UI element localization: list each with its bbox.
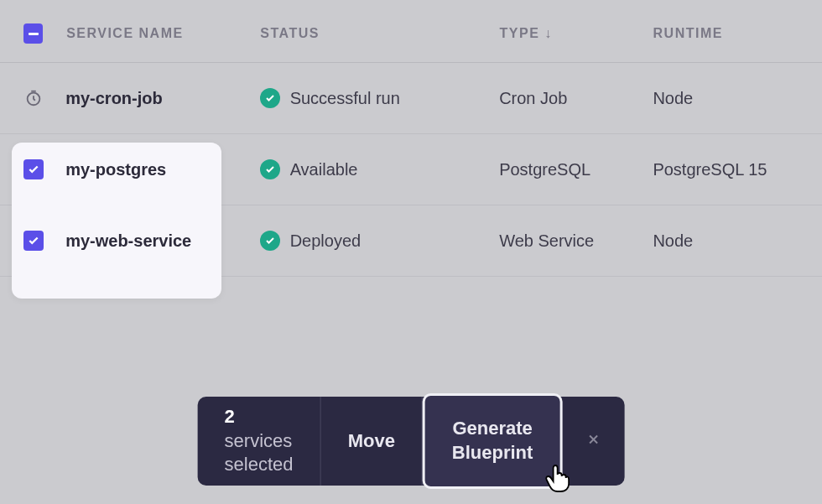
services-table: SERVICE NAME STATUS TYPE ↓ RUNTIME my-cr… [0,0,822,277]
table-header-row: SERVICE NAME STATUS TYPE ↓ RUNTIME [0,0,822,63]
row-checkbox-checked[interactable] [23,159,44,179]
type-cell: PostgreSQL [499,160,653,179]
runtime-cell: Node [653,89,799,108]
type-cell: Cron Job [499,89,653,108]
status-cell: Successful run [260,88,500,108]
type-header-label: TYPE [500,26,540,41]
row-icon-column [23,88,65,108]
runtime-cell: Node [653,231,799,251]
service-name-cell[interactable]: my-web-service [65,231,259,251]
selected-count-number: 2 [225,406,235,427]
sort-descending-icon: ↓ [544,26,553,41]
table-row[interactable]: my-cron-job Successful run Cron Job Node [0,63,822,134]
row-checkbox-checked[interactable] [23,231,44,251]
column-header-status[interactable]: STATUS [260,26,499,41]
generate-label-line1: Generate [452,417,532,441]
status-text: Deployed [290,231,362,251]
generate-blueprint-button[interactable]: Generate Blueprint [423,393,563,489]
timer-icon [23,88,44,108]
status-text: Successful run [290,89,400,108]
type-cell: Web Service [499,231,653,251]
selected-word: selected [225,453,294,477]
row-icon-column [23,231,65,251]
close-action-bar-button[interactable] [562,397,624,486]
service-name-cell[interactable]: my-postgres [65,160,259,179]
status-cell: Available [260,159,500,179]
select-all-checkbox[interactable] [23,23,43,44]
column-header-runtime[interactable]: RUNTIME [653,26,799,41]
column-header-type[interactable]: TYPE ↓ [500,26,653,41]
status-text: Available [290,160,358,179]
status-cell: Deployed [260,231,500,251]
close-icon [585,430,601,452]
success-check-icon [260,231,280,251]
service-name-cell[interactable]: my-cron-job [65,89,259,108]
success-check-icon [260,88,280,108]
column-header-name[interactable]: SERVICE NAME [66,26,260,41]
cursor-pointer-icon [544,465,570,500]
services-word: services [225,430,293,451]
bulk-action-bar: 2 services selected Move Generate Bluepr… [198,397,625,486]
generate-label-line2: Blueprint [452,441,533,465]
indeterminate-dash-icon [29,33,39,35]
success-check-icon [260,159,280,179]
runtime-cell: PostgreSQL 15 [653,160,799,179]
selection-count-label: 2 services selected [198,397,320,486]
row-icon-column [23,159,65,179]
move-button[interactable]: Move [321,397,422,486]
